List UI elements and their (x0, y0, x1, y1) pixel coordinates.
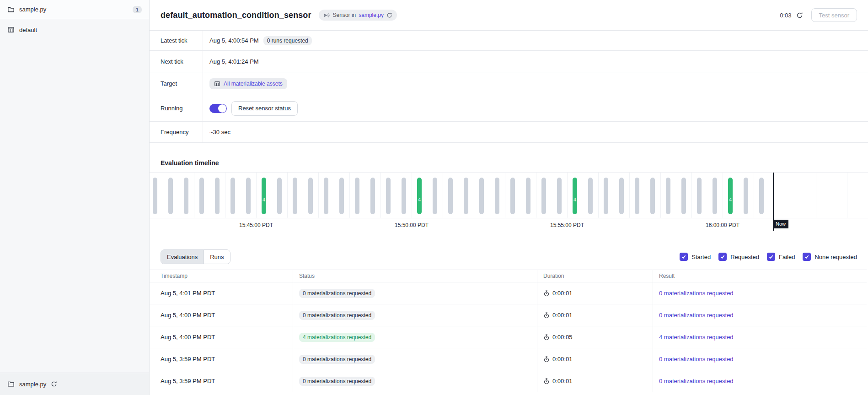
gridline (256, 173, 257, 218)
result-link[interactable]: 0 materializations requested (659, 378, 734, 384)
timeline-evaluation-bar[interactable] (308, 178, 313, 214)
timeline-evaluation-bar[interactable] (697, 178, 702, 214)
gridline (598, 173, 599, 218)
timeline-evaluation-bar[interactable] (759, 178, 764, 214)
timeline-evaluation-bar[interactable] (402, 178, 406, 214)
timeline-evaluation-bar[interactable] (355, 178, 359, 214)
target-chip-label: All materializable assets (224, 81, 283, 87)
timeline-evaluation-bar[interactable]: 4 (417, 178, 422, 214)
timeline-evaluation-bar[interactable] (666, 178, 670, 214)
running-toggle[interactable] (209, 104, 227, 113)
gridline (629, 173, 630, 218)
timeline-evaluation-bar[interactable] (246, 178, 251, 214)
filter-checkbox-failed[interactable]: Failed (767, 253, 795, 261)
stopwatch-icon (543, 378, 550, 384)
timeline-evaluation-bar[interactable] (588, 178, 593, 214)
timeline-evaluation-bar[interactable] (153, 178, 157, 214)
checkbox-checked-icon (767, 253, 775, 261)
sidebar-footer: sample.py (0, 373, 149, 395)
sensor-origin-file-link[interactable]: sample.py (359, 12, 384, 18)
gridline (567, 173, 568, 218)
timeline-evaluation-bar[interactable] (604, 178, 608, 214)
view-segmented-control: Evaluations Runs (161, 249, 230, 264)
timeline-evaluation-bar[interactable] (277, 178, 282, 214)
timeline-evaluation-bar[interactable] (619, 178, 624, 214)
reload-location-icon[interactable] (51, 381, 57, 387)
duration-value: 0:00:01 (552, 356, 572, 363)
timeline-evaluation-bar[interactable] (744, 178, 748, 214)
result-link[interactable]: 0 materializations requested (659, 356, 734, 363)
timeline-evaluation-bar[interactable] (526, 178, 530, 214)
reset-sensor-status-button[interactable]: Reset sensor status (231, 101, 298, 116)
sidebar-file-count-badge: 1 (133, 6, 142, 13)
timeline-evaluation-bar[interactable]: 4 (262, 178, 266, 214)
timeline-axis: Now 15:45:00 PDT15:50:00 PDT15:55:00 PDT… (150, 218, 868, 230)
timeline-evaluation-bar[interactable] (464, 178, 468, 214)
tab-evaluations[interactable]: Evaluations (161, 250, 204, 264)
timeline-evaluation-bar[interactable] (495, 178, 499, 214)
evaluation-timeline-chart: 4444 (150, 172, 868, 218)
asset-group-icon (7, 26, 15, 33)
sidebar-item-default[interactable]: default (0, 19, 149, 40)
gridline (412, 173, 412, 218)
test-sensor-button[interactable]: Test sensor (811, 8, 857, 22)
cell-timestamp: Aug 5, 4:00 PM PDT (150, 326, 293, 348)
timeline-evaluation-bar[interactable] (199, 178, 204, 214)
sidebar-file-label: sample.py (19, 6, 46, 13)
timeline-evaluation-bar[interactable]: 4 (573, 178, 577, 214)
cell-result: 0 materializations requested (653, 282, 867, 304)
timeline-evaluation-bar[interactable] (635, 178, 639, 214)
status-badge: 0 materializations requested (299, 311, 375, 320)
timeline-evaluation-bar[interactable] (479, 178, 484, 214)
gridline (194, 173, 194, 218)
timeline-evaluation-bar[interactable] (370, 178, 375, 214)
detail-row-latest-tick: Latest tick Aug 5, 4:00:54 PM 0 runs req… (150, 31, 868, 51)
timeline-evaluation-bar[interactable] (339, 178, 344, 214)
gridline (785, 173, 785, 218)
timeline-evaluation-bar[interactable] (293, 178, 297, 214)
result-link[interactable]: 0 materializations requested (659, 312, 734, 319)
sidebar: sample.py 1 default sample.py (0, 0, 150, 395)
main-panel: default_automation_condition_sensor Sens… (150, 0, 868, 395)
now-marker-label: Now (773, 220, 788, 228)
cell-status: 0 materializations requested (293, 282, 537, 304)
filter-checkbox-none-requested[interactable]: None requested (803, 253, 857, 261)
sidebar-item-sample-py[interactable]: sample.py 1 (0, 0, 149, 19)
gridline (349, 173, 350, 218)
filter-checkbox-requested[interactable]: Requested (718, 253, 759, 261)
result-link[interactable]: 0 materializations requested (659, 290, 734, 297)
status-filters: StartedRequestedFailedNone requested (680, 253, 857, 261)
timeline-evaluation-bar[interactable] (448, 178, 453, 214)
detail-label: Target (150, 72, 203, 95)
timeline-evaluation-bar[interactable] (324, 178, 328, 214)
timeline-evaluation-bar[interactable] (713, 178, 717, 214)
timeline-evaluation-bar[interactable] (433, 178, 437, 214)
asset-icon (214, 81, 220, 87)
tab-runs[interactable]: Runs (204, 250, 230, 264)
reload-icon[interactable] (386, 12, 392, 18)
timeline-evaluation-bar[interactable] (168, 178, 173, 214)
timeline-evaluation-bar[interactable] (230, 178, 235, 214)
filter-checkbox-started[interactable]: Started (680, 253, 711, 261)
timeline-evaluation-bar[interactable] (650, 178, 655, 214)
sensor-origin-text: Sensor in (333, 12, 356, 18)
timeline-evaluation-bar[interactable] (557, 178, 562, 214)
cell-result: 0 materializations requested (653, 304, 867, 326)
timeline-evaluation-bar[interactable] (541, 178, 546, 214)
result-link[interactable]: 4 materializations requested (659, 334, 734, 341)
timeline-evaluation-bar[interactable] (510, 178, 515, 214)
target-assets-chip[interactable]: All materializable assets (209, 78, 287, 89)
timeline-evaluation-bar[interactable] (215, 178, 220, 214)
timeline-evaluation-bar[interactable]: 4 (728, 178, 733, 214)
duration-value: 0:00:01 (552, 378, 572, 384)
timeline-evaluation-bar[interactable] (386, 178, 391, 214)
cell-status: 0 materializations requested (293, 304, 537, 326)
gridline (163, 173, 163, 218)
timeline-evaluation-bar[interactable] (681, 178, 686, 214)
timeline-evaluation-bar[interactable] (184, 178, 188, 214)
axis-tick-label: 16:00:00 PDT (706, 222, 739, 228)
sensor-origin-badge: Sensor in sample.py (319, 10, 397, 21)
status-badge: 0 materializations requested (299, 289, 375, 298)
refresh-icon[interactable] (796, 12, 803, 19)
gridline (660, 173, 661, 218)
